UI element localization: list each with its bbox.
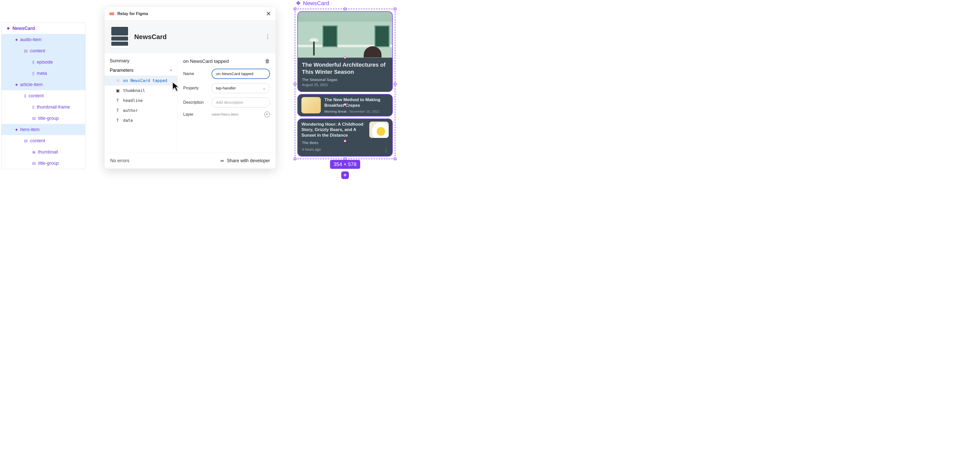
layer-row-hero-item[interactable]: ◆hero-item (2, 124, 85, 135)
share-with-developer-button[interactable]: ⫘ Share with developer (220, 158, 270, 163)
summary-heading: Summary (105, 58, 177, 68)
layer-label: thumbnail-frame (37, 104, 70, 110)
canvas-preview: ❖ NewsCard The Wonderful Architectures o… (295, 0, 395, 159)
component-thumbnail (110, 25, 130, 48)
layer-label: content (30, 138, 45, 144)
text-icon: T (115, 118, 120, 123)
selection-frame[interactable]: The Wonderful Architectures of This Wint… (295, 9, 395, 159)
description-label: Description (183, 100, 207, 105)
hero-thumbnail (298, 12, 392, 58)
audio-menu-button[interactable]: ⋮ (383, 147, 389, 153)
relay-logo-icon (109, 12, 115, 16)
layer-label: thumbnail (38, 150, 58, 155)
param-author[interactable]: Tauthor (105, 105, 177, 115)
param-label: thumbnail (123, 88, 145, 93)
layer-value: view=hero-item (212, 112, 239, 117)
layer-label: title-group (38, 161, 59, 166)
parameters-heading: Parameters (110, 68, 134, 73)
newscard-component: The Wonderful Architectures of This Wint… (298, 11, 393, 156)
text-icon: T (115, 98, 120, 103)
text-icon: T (115, 108, 120, 113)
layer-row-title-group[interactable]: title-group (2, 113, 85, 124)
param-date[interactable]: Tdate (105, 115, 177, 125)
name-input[interactable] (212, 69, 270, 79)
add-parameter-button[interactable]: + (169, 68, 172, 73)
tap-icon: ☜ (115, 78, 120, 83)
layer-label: NewsCard (13, 26, 35, 31)
param-thumbnail[interactable]: ▣thumbnail (105, 86, 177, 96)
layer-row-content[interactable]: |||content (2, 90, 85, 101)
audio-item[interactable]: Wondering Hour: A Childhood Story, Grizz… (298, 118, 393, 156)
anchor-handle[interactable] (344, 56, 346, 59)
parameters-sidebar: Summary Parameters + ☜on NewsCard tapped… (105, 53, 178, 153)
layer-row-meta[interactable]: |||meta (2, 68, 85, 79)
resize-handle[interactable] (294, 8, 296, 10)
article-headline: The New Method to Making Breakfast Crepe… (325, 97, 389, 108)
layer-label: audio-item (20, 37, 41, 42)
plugin-footer: No errors ⫘ Share with developer (105, 153, 275, 169)
layer-root[interactable]: ❖ NewsCard (2, 23, 85, 34)
layer-label: meta (37, 71, 47, 76)
anchor-handle[interactable] (344, 103, 346, 106)
target-icon[interactable] (264, 112, 270, 117)
layer-row-article-item[interactable]: ◆article-item (2, 79, 85, 90)
component-icon: ❖ (296, 0, 301, 6)
layer-label: episode (37, 59, 53, 65)
resize-handle[interactable] (394, 83, 396, 85)
canvas-component-label[interactable]: ❖ NewsCard (295, 0, 395, 6)
layer-row-content[interactable]: content (2, 45, 85, 56)
layer-row-thumbnail[interactable]: ▣thumbnail (2, 146, 85, 158)
resize-handle[interactable] (294, 83, 296, 85)
article-item[interactable]: The New Method to Making Breakfast Crepe… (298, 94, 393, 116)
layer-label: title-group (38, 116, 59, 121)
close-button[interactable]: ✕ (266, 11, 271, 17)
plugin-header: Relay for Figma ✕ (105, 7, 275, 21)
audio-date: 4 hours ago (302, 147, 388, 151)
param-on-NewsCard-tapped[interactable]: ☜on NewsCard tapped (105, 76, 177, 86)
component-icon: ❖ (6, 26, 10, 30)
hero-item[interactable]: The Wonderful Architectures of This Wint… (298, 11, 393, 92)
share-icon: ⫘ (220, 158, 224, 163)
dimensions-badge: 354 × 578 (330, 160, 360, 169)
param-label: headline (123, 98, 143, 103)
resize-handle[interactable] (344, 8, 346, 10)
param-label: author (123, 108, 138, 113)
component-menu-button[interactable]: ⋮ (265, 33, 270, 40)
layer-row-audio-item[interactable]: ◆audio-item (2, 34, 85, 45)
share-label: Share with developer (227, 158, 270, 163)
layer-label-field: Layer (183, 112, 207, 117)
chevron-down-icon: ⌄ (262, 86, 266, 90)
audio-headline: Wondering Hour: A Childhood Story, Grizz… (301, 121, 366, 138)
hero-date: August 25, 2021 (302, 83, 388, 87)
layer-row-title-group[interactable]: title-group (2, 158, 85, 169)
param-label: date (123, 118, 133, 123)
layers-panel: ❖ NewsCard ◆audio-itemcontent|||episode|… (1, 22, 86, 169)
layer-row-thumbnail-frame[interactable]: |||thumbnail-frame (2, 101, 85, 113)
property-select[interactable]: tap-handler ⌄ (212, 83, 270, 93)
resize-handle[interactable] (394, 8, 396, 10)
delete-parameter-button[interactable]: 🗑 (265, 58, 270, 64)
layer-row-content[interactable]: content (2, 135, 85, 146)
hero-publisher: The Seasonal Sagas (302, 77, 388, 82)
add-variant-button[interactable]: + (341, 171, 349, 179)
article-thumbnail (301, 97, 321, 113)
description-input[interactable]: Add description (212, 97, 270, 107)
param-label: on NewsCard tapped (123, 78, 167, 83)
image-icon: ▣ (115, 88, 120, 93)
plugin-name: Relay for Figma (118, 11, 148, 16)
param-headline[interactable]: Theadline (105, 96, 177, 105)
article-date: November 10, 2021 (349, 110, 380, 113)
layer-label: hero-item (20, 127, 40, 132)
resize-handle[interactable] (294, 158, 296, 160)
layer-label: content (29, 93, 44, 99)
detail-title: on NewsCard tapped (183, 59, 229, 64)
layer-label: content (30, 48, 45, 54)
relay-plugin-panel: Relay for Figma ✕ NewsCard ⋮ Summary Par… (105, 7, 275, 169)
component-summary: NewsCard ⋮ (105, 21, 275, 53)
description-placeholder: Add description (216, 100, 243, 105)
resize-handle[interactable] (394, 158, 396, 160)
audio-thumbnail (369, 121, 389, 138)
article-publisher: Morning Break (325, 110, 347, 113)
property-value: tap-handler (216, 86, 236, 91)
layer-row-episode[interactable]: |||episode (2, 56, 85, 68)
